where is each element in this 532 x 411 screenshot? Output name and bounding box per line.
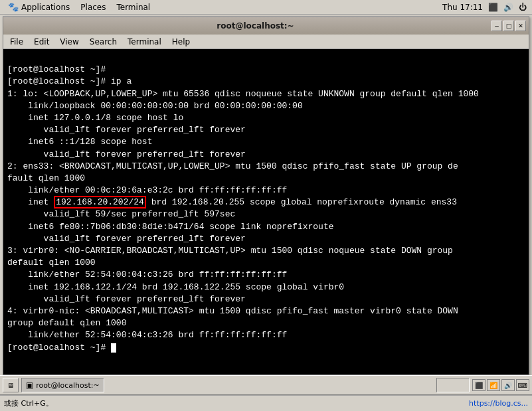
cursor	[111, 343, 116, 353]
menu-terminal[interactable]: Terminal	[122, 36, 167, 48]
volume-icon: 🔊	[503, 3, 513, 12]
taskbar-icon-1[interactable]: ⬛	[472, 379, 486, 391]
taskbar-icon-3[interactable]: 🔊	[501, 379, 515, 391]
status-left-text: 或接 Ctrl+G。	[4, 398, 53, 408]
system-time: Thu 17:11	[442, 3, 483, 12]
power-icon[interactable]: ⏻	[519, 3, 527, 12]
window-title: root@localhost:~	[19, 21, 491, 31]
terminal-line-1: [root@localhost ~]# [root@localhost ~]# …	[7, 64, 479, 352]
menu-view[interactable]: View	[54, 36, 84, 48]
network-icon: ⬛	[488, 3, 498, 12]
menu-edit[interactable]: Edit	[29, 36, 54, 48]
menu-help[interactable]: Help	[167, 36, 195, 48]
taskbar-right: ⬛ 📶 🔊 ⌨	[436, 378, 529, 392]
status-right-link: https://blog.cs...	[469, 399, 528, 408]
system-bar: 🐾 Applications Places Terminal Thu 17:11…	[0, 0, 532, 15]
taskbar-box-1	[436, 378, 470, 392]
taskbar-icon-4[interactable]: ⌨	[516, 379, 529, 391]
places-label[interactable]: Places	[80, 3, 106, 12]
title-bar: root@localhost:~ − □ ✕	[3, 17, 529, 35]
menu-bar: File Edit View Search Terminal Help	[3, 35, 529, 49]
terminal-label[interactable]: Terminal	[116, 3, 150, 12]
show-desktop-icon: 🖥	[7, 382, 14, 389]
system-bar-apps[interactable]: 🐾 Applications	[3, 1, 75, 13]
terminal-window: root@localhost:~ − □ ✕ File Edit View Se…	[3, 16, 529, 375]
system-bar-places[interactable]: Places	[75, 1, 111, 13]
maximize-button[interactable]: □	[503, 21, 514, 31]
apps-icon: 🐾	[8, 2, 19, 12]
minimize-button[interactable]: −	[491, 21, 502, 31]
status-bar: 或接 Ctrl+G。 https://blog.cs...	[0, 395, 532, 411]
taskbar-system-icons: ⬛ 📶 🔊 ⌨	[472, 379, 529, 391]
taskbar: 🖥 ▣ root@localhost:~ ⬛ 📶 🔊 ⌨	[0, 375, 532, 395]
system-bar-left: 🐾 Applications Places Terminal	[3, 1, 442, 13]
highlighted-ip: 192.168.20.202/24	[54, 196, 146, 208]
title-bar-controls: − □ ✕	[491, 21, 526, 31]
apps-label[interactable]: Applications	[21, 3, 70, 12]
terminal-content[interactable]: [root@localhost ~]# [root@localhost ~]# …	[3, 49, 529, 374]
taskbar-window-terminal[interactable]: ▣ root@localhost:~	[21, 378, 104, 392]
close-button[interactable]: ✕	[515, 21, 526, 31]
system-bar-terminal[interactable]: Terminal	[111, 1, 155, 13]
taskbar-window-label: root@localhost:~	[36, 381, 99, 390]
system-bar-right: Thu 17:11 ⬛ 🔊 ⏻	[442, 3, 529, 12]
taskbar-terminal-icon: ▣	[26, 380, 33, 390]
taskbar-icon-2[interactable]: 📶	[487, 379, 500, 391]
menu-file[interactable]: File	[5, 36, 29, 48]
menu-search[interactable]: Search	[84, 36, 122, 48]
taskbar-show-desktop[interactable]: 🖥	[3, 378, 19, 392]
